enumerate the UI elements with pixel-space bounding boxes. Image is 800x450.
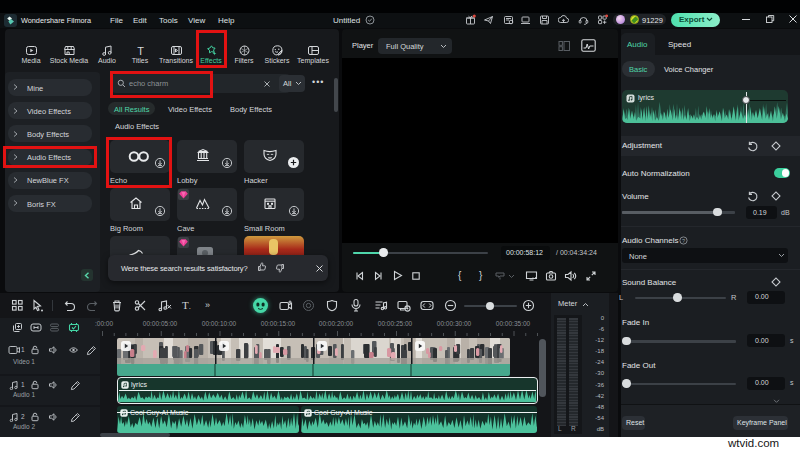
svg-text:?: ?: [682, 238, 685, 244]
